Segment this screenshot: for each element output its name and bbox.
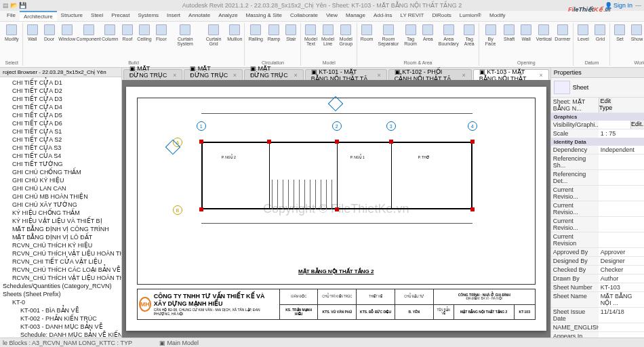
document-tab[interactable]: ▣ KT-101 - MẶT BẰNG NỘI THẤT TÂ...× bbox=[305, 69, 387, 80]
close-icon[interactable]: × bbox=[539, 72, 542, 79]
shaft-button[interactable]: Shaft bbox=[501, 23, 517, 60]
project-browser-item[interactable]: KÝ HIỆU VẬT LIỆU VÀ THIẾT BỊ bbox=[1, 217, 120, 225]
property-value[interactable] bbox=[599, 155, 644, 169]
quick-access-toolbar[interactable]: ▤ 📂 💾 bbox=[3, 2, 26, 9]
project-browser-panel[interactable]: roject Browser - 22.03.28_5x15x2_Chị Yên… bbox=[0, 68, 122, 338]
project-browser-item[interactable]: CHI TIẾT CỬA D3 bbox=[1, 95, 120, 103]
property-row[interactable]: DependencyIndependent bbox=[551, 146, 644, 155]
property-row[interactable]: Appears In Shee... bbox=[551, 332, 644, 338]
stair-button[interactable]: Stair bbox=[283, 23, 299, 60]
ribbon-tab-manage[interactable]: Manage bbox=[342, 11, 369, 21]
project-browser-item[interactable]: GHI CHÚ KÝ HIỆU bbox=[1, 176, 120, 184]
edit-type-button[interactable]: Edit Type bbox=[599, 98, 612, 113]
property-row[interactable]: Current Revisio... bbox=[551, 201, 644, 217]
project-browser-item[interactable]: RCVN_CHÚ THÍCH VẬT LIỆU HOÀN THIỆN 2 bbox=[1, 274, 120, 282]
railing-button[interactable]: Railing bbox=[246, 23, 264, 60]
close-icon[interactable]: × bbox=[173, 72, 176, 79]
room-button[interactable]: Room bbox=[359, 23, 375, 60]
property-value[interactable]: KT-103 bbox=[599, 283, 644, 291]
project-browser-item[interactable]: Schedule: DANH MỤC BẢN VẼ KIẾN TRÚC bbox=[1, 331, 120, 338]
property-value[interactable]: Independent bbox=[599, 146, 644, 154]
project-browser-item[interactable]: KT-002 - PHẦN KIẾN TRÚC bbox=[1, 314, 120, 323]
property-value[interactable]: 11/14/18 bbox=[599, 308, 644, 323]
window-button[interactable]: Window bbox=[58, 23, 76, 60]
ribbon-tab-modify[interactable]: Modify bbox=[485, 11, 510, 21]
curtain-grid-button[interactable]: Curtain Grid bbox=[201, 23, 226, 60]
project-browser-item[interactable]: Sheets (Sheet Prefix) bbox=[1, 290, 120, 298]
tag-area-button[interactable]: Tag Area bbox=[461, 23, 477, 60]
property-value[interactable] bbox=[599, 332, 644, 338]
model-line-button[interactable]: Model Line bbox=[319, 23, 336, 60]
property-value[interactable]: Approver bbox=[599, 248, 644, 256]
mullion-button[interactable]: Mullion bbox=[226, 23, 243, 60]
project-browser-item[interactable]: RCVN_CHI TIẾT CỬA VẬT LIỆU bbox=[1, 258, 120, 266]
ribbon-tab-steel[interactable]: Steel bbox=[87, 11, 107, 21]
model-selector[interactable]: ▣ Main Model bbox=[159, 340, 199, 346]
project-browser-item[interactable]: CHI TIẾT TƯỜNG bbox=[1, 160, 120, 168]
property-row[interactable]: Sheet Issue Date11/14/18 bbox=[551, 308, 644, 323]
property-value[interactable]: Checker bbox=[599, 266, 644, 274]
show-button[interactable]: Show bbox=[628, 23, 644, 60]
wall-button[interactable]: Wall bbox=[24, 23, 41, 60]
property-value[interactable]: Author bbox=[599, 274, 644, 283]
open-icon[interactable]: 📂 bbox=[10, 2, 18, 9]
room-sep-button[interactable]: Room Separator bbox=[376, 23, 401, 60]
ribbon-tab-precast[interactable]: Precast bbox=[107, 11, 134, 21]
ramp-button[interactable]: Ramp bbox=[266, 23, 283, 60]
ribbon-tab-analyze[interactable]: Analyze bbox=[214, 11, 241, 21]
project-browser-item[interactable]: RCVN_CHÚ THÍCH VẬT LIỆU HOÀN THIỆN bbox=[1, 249, 120, 258]
curtain-system-button[interactable]: Curtain System bbox=[170, 23, 201, 60]
ribbon-tab-view[interactable]: View bbox=[322, 11, 342, 21]
ribbon-tab-systems[interactable]: Systems bbox=[134, 11, 163, 21]
project-browser-item[interactable]: KT-003 - DANH MỤC BẢN VẼ bbox=[1, 323, 120, 331]
close-icon[interactable]: × bbox=[233, 72, 237, 79]
project-browser-item[interactable]: CHI TIẾT CỦA S3 bbox=[1, 144, 120, 152]
property-value[interactable]: 1 : 75 bbox=[599, 129, 644, 138]
property-row[interactable]: Sheet NumberKT-103 bbox=[551, 283, 644, 292]
property-value[interactable] bbox=[599, 170, 644, 185]
ceiling-button[interactable]: Ceiling bbox=[136, 23, 153, 60]
ribbon-tab-file[interactable]: File bbox=[3, 11, 20, 21]
property-group-header[interactable]: Identity Data bbox=[551, 138, 644, 146]
edit-button[interactable]: Edit... bbox=[630, 121, 644, 129]
ribbon-tab-annotate[interactable]: Annotate bbox=[184, 11, 214, 21]
project-browser-item[interactable]: RCVN_CHÚ THÍCH KÝ HIỆU bbox=[1, 241, 120, 249]
area-boundary-button[interactable]: Area Boundary bbox=[437, 23, 460, 60]
property-row[interactable]: Drawn ByAuthor bbox=[551, 274, 644, 283]
document-tab[interactable]: ▣ KT-102 - PHỐI CẢNH NỘI THẤT TÂ...× bbox=[388, 69, 472, 80]
property-row[interactable]: Checked ByChecker bbox=[551, 266, 644, 274]
close-icon[interactable]: × bbox=[462, 72, 465, 79]
property-group-header[interactable]: Graphics bbox=[551, 113, 644, 121]
model-group-button[interactable]: Model Group bbox=[337, 23, 355, 60]
property-value[interactable] bbox=[599, 186, 644, 201]
property-row[interactable]: Approved ByApprover bbox=[551, 248, 644, 257]
project-browser-item[interactable]: Schedules/Quantities (Category_RCVN) bbox=[1, 282, 120, 290]
document-tab[interactable]: ▣ KT-103 - MẶT BẰNG NỘI THẤT...× bbox=[473, 69, 549, 80]
document-tab[interactable]: ▣ MẶT ĐỨNG TRỤC B-A× bbox=[244, 69, 304, 80]
project-browser-item[interactable]: GHI CHÚ XÂY TƯỜNG bbox=[1, 201, 120, 209]
ribbon-tab-collaborate[interactable]: Collaborate bbox=[286, 11, 322, 21]
project-browser-item[interactable]: KT-0 bbox=[1, 298, 120, 306]
ribbon-tab-structure[interactable]: Structure bbox=[57, 11, 87, 21]
close-icon[interactable]: × bbox=[294, 72, 298, 79]
dormer-button[interactable]: Dormer bbox=[554, 23, 572, 60]
property-value[interactable] bbox=[599, 323, 644, 331]
property-row[interactable]: Referencing Sh... bbox=[551, 155, 644, 170]
save-icon[interactable]: 💾 bbox=[19, 2, 26, 9]
property-row[interactable]: Current Revisio... bbox=[551, 186, 644, 201]
property-row[interactable]: Referencing Det... bbox=[551, 170, 644, 186]
project-browser-item[interactable]: KT-001 - BÌA BẢN VẼ bbox=[1, 306, 120, 314]
property-value[interactable]: Designer bbox=[599, 257, 644, 265]
vertical-button[interactable]: Vertical bbox=[535, 23, 553, 60]
property-value[interactable] bbox=[599, 217, 644, 232]
roof-button[interactable]: Roof bbox=[119, 23, 136, 60]
ribbon-tab-lyrevit[interactable]: LY REVIT bbox=[397, 11, 428, 21]
project-browser-item[interactable]: CHI TIẾT CỬA S2 bbox=[1, 136, 120, 144]
property-row[interactable]: Current Revision bbox=[551, 232, 644, 248]
door-button[interactable]: Door bbox=[41, 23, 58, 60]
project-browser-item[interactable]: CHI TIẾT CỬA D1 bbox=[1, 79, 120, 87]
property-value[interactable] bbox=[599, 121, 630, 129]
property-value[interactable]: MẶT BẰNG NỘI ... bbox=[599, 292, 644, 307]
project-browser-item[interactable]: CHI TIẾT CỬA D2 bbox=[1, 87, 120, 95]
project-browser-item[interactable]: GHI CHÚ LAN CAN bbox=[1, 184, 120, 192]
